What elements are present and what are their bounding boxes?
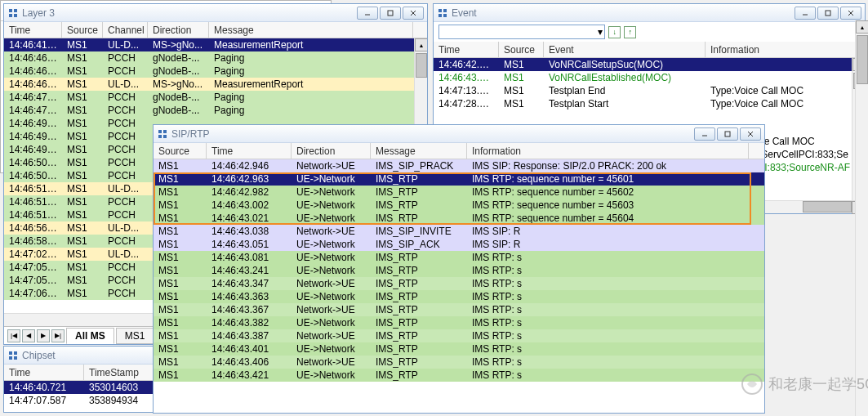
table-row[interactable]: 14:46:46.681MS1UL-D...MS->gNo...Measurem… xyxy=(4,78,427,91)
table-row[interactable]: 14:46:46.130MS1PCCHgNodeB-...Paging xyxy=(4,65,427,78)
table-row[interactable]: 14:46:41.559MS1UL-D...MS->gNo...Measurem… xyxy=(4,38,427,51)
col-time[interactable]: Time xyxy=(4,365,84,380)
vscrollbar[interactable]: ▲ xyxy=(855,20,868,416)
cell: 14:46:42.946 xyxy=(207,159,292,172)
cell: MS1 xyxy=(62,169,103,182)
arrow-down-icon[interactable]: ↓ xyxy=(608,26,621,38)
cell: IMS RTP: sequence number = 45604 xyxy=(467,212,749,225)
table-row[interactable]: 14:46:43.038MS1VoNRCallEstablished(MOC) xyxy=(434,71,865,84)
cell: PCCH xyxy=(103,65,148,78)
col-source[interactable]: Source xyxy=(62,22,103,38)
table-row[interactable]: MS114:46:43.051UE->NetworkIMS_SIP_ACKIMS… xyxy=(154,238,764,251)
cell: PCCH xyxy=(103,287,148,300)
cell: MS1 xyxy=(154,172,207,186)
col-source[interactable]: Source xyxy=(154,143,207,159)
cell: 14:46:43.421 xyxy=(207,369,292,382)
cell: MS1 xyxy=(62,38,103,51)
table-row[interactable]: 14:46:47.409MS1PCCHgNodeB-...Paging xyxy=(4,91,427,104)
layer3-header[interactable]: Time Source Channel Direction Message xyxy=(4,22,427,38)
minimize-button[interactable] xyxy=(795,7,816,20)
table-row[interactable]: 14:46:46.129MS1PCCHgNodeB-...Paging xyxy=(4,51,427,65)
cell: Paging xyxy=(209,91,413,104)
table-row[interactable]: MS114:46:43.241UE->NetworkIMS_RTPIMS RTP… xyxy=(154,264,764,277)
tab-last-button[interactable]: ▶| xyxy=(51,329,65,342)
cell: PCCH xyxy=(103,274,148,287)
cell: MS1 xyxy=(62,248,103,261)
cell: Testplan End xyxy=(544,84,706,97)
table-row[interactable]: MS114:46:43.363UE->NetworkIMS_RTPIMS RTP… xyxy=(154,290,764,303)
siprtp-header[interactable]: Source Time Direction Message Informatio… xyxy=(154,143,764,159)
chipset-header[interactable]: Time TimeStamp xyxy=(4,365,161,381)
close-button[interactable] xyxy=(840,7,861,20)
col-message[interactable]: Message xyxy=(371,143,467,159)
table-row[interactable]: MS114:46:42.946Network->UEIMS_SIP_PRACKI… xyxy=(154,159,764,172)
cell: IMS RTP: sequence number = 45603 xyxy=(467,199,749,212)
table-row[interactable]: MS114:46:43.347Network->UEIMS_RTPIMS RTP… xyxy=(154,277,764,290)
col-timestamp[interactable]: TimeStamp xyxy=(84,365,158,380)
table-row[interactable]: MS114:46:43.002UE->NetworkIMS_RTPIMS RTP… xyxy=(154,199,764,212)
cell: MS1 xyxy=(154,342,207,356)
col-direction[interactable]: Direction xyxy=(292,143,371,159)
cell: MS1 xyxy=(154,290,207,303)
close-button[interactable] xyxy=(740,127,761,141)
cell: MS1 xyxy=(154,159,207,172)
cell: UE->Network xyxy=(292,172,371,186)
table-row[interactable]: 14:47:28.958MS1Testplan StartType:Voice … xyxy=(434,97,865,110)
cell: VoNRCallEstablished(MOC) xyxy=(544,71,706,84)
table-row[interactable]: MS114:46:43.406Network->UEIMS_RTPIMS RTP… xyxy=(154,356,764,369)
table-row[interactable]: MS114:46:43.382UE->NetworkIMS_RTPIMS RTP… xyxy=(154,316,764,329)
maximize-button[interactable] xyxy=(817,7,839,20)
event-titlebar[interactable]: Event xyxy=(434,4,865,22)
minimize-button[interactable] xyxy=(694,127,715,141)
table-row[interactable]: MS114:46:42.982UE->NetworkIMS_RTPIMS RTP… xyxy=(154,186,764,199)
table-row[interactable]: 14:46:42.868MS1VoNRCallSetupSuc(MOC) xyxy=(434,58,865,71)
table-row[interactable]: 14:46:40.721353014603 xyxy=(4,381,161,394)
cell: MS->gNo... xyxy=(148,78,209,91)
cell: IMS RTP: s xyxy=(467,251,749,264)
table-row[interactable]: 14:47:07.587353894934 xyxy=(4,394,161,407)
table-row[interactable]: 14:47:13.925MS1Testplan EndType:Voice Ca… xyxy=(434,84,865,97)
tab-first-button[interactable]: |◀ xyxy=(7,329,20,342)
svg-rect-2 xyxy=(9,14,12,17)
maximize-button[interactable] xyxy=(717,127,738,141)
maximize-button[interactable] xyxy=(380,7,401,20)
table-row[interactable]: MS114:46:43.081UE->NetworkIMS_RTPIMS RTP… xyxy=(154,251,764,264)
table-row[interactable]: MS114:46:43.387Network->UEIMS_RTPIMS RTP… xyxy=(154,329,764,342)
cell: PCCH xyxy=(103,51,148,65)
table-row[interactable]: MS114:46:43.038Network->UEIMS_SIP_INVITE… xyxy=(154,225,764,238)
table-row[interactable]: MS114:46:42.963UE->NetworkIMS_RTPIMS RTP… xyxy=(154,172,764,186)
col-message[interactable]: Message xyxy=(209,22,413,38)
col-information[interactable]: Information xyxy=(706,42,861,57)
svg-rect-8 xyxy=(9,351,12,355)
table-row[interactable]: MS114:46:43.401UE->NetworkIMS_RTPIMS RTP… xyxy=(154,342,764,356)
table-row[interactable]: MS114:46:43.367Network->UEIMS_RTPIMS RTP… xyxy=(154,303,764,316)
cell: MS->gNo... xyxy=(148,38,209,51)
table-row[interactable]: 14:46:47.409MS1PCCHgNodeB-...Paging xyxy=(4,104,427,117)
close-button[interactable] xyxy=(403,7,424,20)
tab-next-button[interactable]: ▶ xyxy=(37,329,50,342)
col-direction[interactable]: Direction xyxy=(148,22,209,38)
tab-ms1[interactable]: MS1 xyxy=(116,328,154,344)
cell: MS1 xyxy=(62,287,103,300)
siprtp-titlebar[interactable]: SIP/RTP xyxy=(154,125,764,143)
col-time[interactable]: Time xyxy=(4,22,62,38)
layer3-titlebar[interactable]: Layer 3 xyxy=(4,4,427,22)
table-row[interactable]: MS114:46:43.021UE->NetworkIMS_RTPIMS RTP… xyxy=(154,212,764,225)
event-header[interactable]: Time Source Event Information xyxy=(434,42,865,58)
tab-all-ms[interactable]: All MS xyxy=(66,328,114,344)
arrow-up-icon[interactable]: ↑ xyxy=(624,26,636,38)
col-time[interactable]: Time xyxy=(207,143,292,159)
chipset-titlebar[interactable]: Chipset xyxy=(4,347,161,365)
siprtp-title: SIP/RTP xyxy=(171,128,694,140)
tab-prev-button[interactable]: ◀ xyxy=(22,329,35,342)
svg-rect-20 xyxy=(158,130,162,133)
col-information[interactable]: Information xyxy=(467,143,749,159)
col-time[interactable]: Time xyxy=(434,42,499,57)
minimize-button[interactable] xyxy=(357,7,378,20)
col-source[interactable]: Source xyxy=(499,42,544,57)
col-event[interactable]: Event xyxy=(544,42,706,57)
table-row[interactable]: MS114:46:43.421UE->NetworkIMS_RTPIMS RTP… xyxy=(154,369,764,382)
col-channel[interactable]: Channel xyxy=(103,22,148,38)
event-filter-combo[interactable]: ▾ xyxy=(438,25,605,39)
cell: IMS_RTP xyxy=(371,369,467,382)
